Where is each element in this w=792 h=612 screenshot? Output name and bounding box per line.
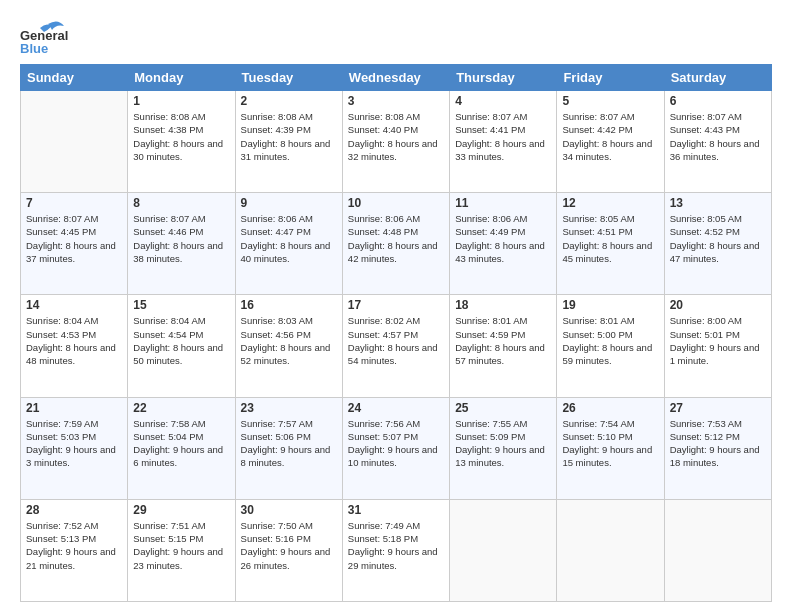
day-cell: 18Sunrise: 8:01 AMSunset: 4:59 PMDayligh… (450, 295, 557, 397)
day-number: 19 (562, 298, 658, 312)
day-info: Sunrise: 7:57 AMSunset: 5:06 PMDaylight:… (241, 417, 337, 470)
day-cell: 26Sunrise: 7:54 AMSunset: 5:10 PMDayligh… (557, 397, 664, 499)
day-info: Sunrise: 8:07 AMSunset: 4:41 PMDaylight:… (455, 110, 551, 163)
logo-icon: General Blue (20, 16, 68, 56)
day-info: Sunrise: 7:54 AMSunset: 5:10 PMDaylight:… (562, 417, 658, 470)
day-info: Sunrise: 8:08 AMSunset: 4:38 PMDaylight:… (133, 110, 229, 163)
day-cell: 19Sunrise: 8:01 AMSunset: 5:00 PMDayligh… (557, 295, 664, 397)
day-number: 12 (562, 196, 658, 210)
day-info: Sunrise: 8:02 AMSunset: 4:57 PMDaylight:… (348, 314, 444, 367)
day-info: Sunrise: 8:07 AMSunset: 4:43 PMDaylight:… (670, 110, 766, 163)
svg-text:Blue: Blue (20, 41, 48, 56)
day-number: 1 (133, 94, 229, 108)
day-cell: 16Sunrise: 8:03 AMSunset: 4:56 PMDayligh… (235, 295, 342, 397)
day-info: Sunrise: 7:51 AMSunset: 5:15 PMDaylight:… (133, 519, 229, 572)
day-info: Sunrise: 8:03 AMSunset: 4:56 PMDaylight:… (241, 314, 337, 367)
day-cell: 6Sunrise: 8:07 AMSunset: 4:43 PMDaylight… (664, 91, 771, 193)
day-info: Sunrise: 8:08 AMSunset: 4:39 PMDaylight:… (241, 110, 337, 163)
day-cell (450, 499, 557, 601)
day-info: Sunrise: 8:06 AMSunset: 4:48 PMDaylight:… (348, 212, 444, 265)
day-number: 20 (670, 298, 766, 312)
day-info: Sunrise: 8:07 AMSunset: 4:45 PMDaylight:… (26, 212, 122, 265)
week-row-4: 21Sunrise: 7:59 AMSunset: 5:03 PMDayligh… (21, 397, 772, 499)
day-info: Sunrise: 7:59 AMSunset: 5:03 PMDaylight:… (26, 417, 122, 470)
day-number: 11 (455, 196, 551, 210)
day-number: 10 (348, 196, 444, 210)
day-number: 6 (670, 94, 766, 108)
day-info: Sunrise: 8:06 AMSunset: 4:47 PMDaylight:… (241, 212, 337, 265)
day-number: 9 (241, 196, 337, 210)
day-number: 24 (348, 401, 444, 415)
day-cell (664, 499, 771, 601)
week-row-2: 7Sunrise: 8:07 AMSunset: 4:45 PMDaylight… (21, 193, 772, 295)
day-cell: 2Sunrise: 8:08 AMSunset: 4:39 PMDaylight… (235, 91, 342, 193)
day-number: 29 (133, 503, 229, 517)
calendar-table: SundayMondayTuesdayWednesdayThursdayFrid… (20, 64, 772, 602)
header: General Blue (20, 16, 772, 56)
weekday-header-friday: Friday (557, 65, 664, 91)
day-number: 7 (26, 196, 122, 210)
day-cell (557, 499, 664, 601)
weekday-header-tuesday: Tuesday (235, 65, 342, 91)
day-cell: 10Sunrise: 8:06 AMSunset: 4:48 PMDayligh… (342, 193, 449, 295)
day-info: Sunrise: 7:52 AMSunset: 5:13 PMDaylight:… (26, 519, 122, 572)
day-cell: 15Sunrise: 8:04 AMSunset: 4:54 PMDayligh… (128, 295, 235, 397)
logo-area: General Blue (20, 16, 68, 56)
day-cell: 1Sunrise: 8:08 AMSunset: 4:38 PMDaylight… (128, 91, 235, 193)
week-row-1: 1Sunrise: 8:08 AMSunset: 4:38 PMDaylight… (21, 91, 772, 193)
day-cell: 7Sunrise: 8:07 AMSunset: 4:45 PMDaylight… (21, 193, 128, 295)
day-number: 14 (26, 298, 122, 312)
weekday-header-row: SundayMondayTuesdayWednesdayThursdayFrid… (21, 65, 772, 91)
day-info: Sunrise: 8:05 AMSunset: 4:52 PMDaylight:… (670, 212, 766, 265)
day-cell: 25Sunrise: 7:55 AMSunset: 5:09 PMDayligh… (450, 397, 557, 499)
day-info: Sunrise: 8:08 AMSunset: 4:40 PMDaylight:… (348, 110, 444, 163)
day-info: Sunrise: 8:04 AMSunset: 4:53 PMDaylight:… (26, 314, 122, 367)
page: General Blue SundayMondayTuesdayWednesda… (0, 0, 792, 612)
day-info: Sunrise: 8:06 AMSunset: 4:49 PMDaylight:… (455, 212, 551, 265)
day-cell: 24Sunrise: 7:56 AMSunset: 5:07 PMDayligh… (342, 397, 449, 499)
day-number: 8 (133, 196, 229, 210)
day-info: Sunrise: 8:07 AMSunset: 4:46 PMDaylight:… (133, 212, 229, 265)
day-cell: 30Sunrise: 7:50 AMSunset: 5:16 PMDayligh… (235, 499, 342, 601)
weekday-header-thursday: Thursday (450, 65, 557, 91)
day-info: Sunrise: 8:04 AMSunset: 4:54 PMDaylight:… (133, 314, 229, 367)
day-info: Sunrise: 7:58 AMSunset: 5:04 PMDaylight:… (133, 417, 229, 470)
day-number: 28 (26, 503, 122, 517)
day-info: Sunrise: 8:01 AMSunset: 5:00 PMDaylight:… (562, 314, 658, 367)
day-info: Sunrise: 8:01 AMSunset: 4:59 PMDaylight:… (455, 314, 551, 367)
day-cell: 28Sunrise: 7:52 AMSunset: 5:13 PMDayligh… (21, 499, 128, 601)
day-cell: 5Sunrise: 8:07 AMSunset: 4:42 PMDaylight… (557, 91, 664, 193)
day-number: 13 (670, 196, 766, 210)
day-cell: 11Sunrise: 8:06 AMSunset: 4:49 PMDayligh… (450, 193, 557, 295)
day-number: 15 (133, 298, 229, 312)
day-info: Sunrise: 8:05 AMSunset: 4:51 PMDaylight:… (562, 212, 658, 265)
day-cell: 14Sunrise: 8:04 AMSunset: 4:53 PMDayligh… (21, 295, 128, 397)
weekday-header-wednesday: Wednesday (342, 65, 449, 91)
day-info: Sunrise: 8:00 AMSunset: 5:01 PMDaylight:… (670, 314, 766, 367)
day-number: 23 (241, 401, 337, 415)
day-info: Sunrise: 7:53 AMSunset: 5:12 PMDaylight:… (670, 417, 766, 470)
day-info: Sunrise: 7:55 AMSunset: 5:09 PMDaylight:… (455, 417, 551, 470)
day-info: Sunrise: 7:50 AMSunset: 5:16 PMDaylight:… (241, 519, 337, 572)
day-info: Sunrise: 8:07 AMSunset: 4:42 PMDaylight:… (562, 110, 658, 163)
day-cell: 23Sunrise: 7:57 AMSunset: 5:06 PMDayligh… (235, 397, 342, 499)
day-cell (21, 91, 128, 193)
day-info: Sunrise: 7:56 AMSunset: 5:07 PMDaylight:… (348, 417, 444, 470)
day-number: 18 (455, 298, 551, 312)
day-number: 16 (241, 298, 337, 312)
weekday-header-monday: Monday (128, 65, 235, 91)
day-number: 3 (348, 94, 444, 108)
day-number: 5 (562, 94, 658, 108)
day-cell: 27Sunrise: 7:53 AMSunset: 5:12 PMDayligh… (664, 397, 771, 499)
day-cell: 20Sunrise: 8:00 AMSunset: 5:01 PMDayligh… (664, 295, 771, 397)
day-cell: 3Sunrise: 8:08 AMSunset: 4:40 PMDaylight… (342, 91, 449, 193)
day-cell: 9Sunrise: 8:06 AMSunset: 4:47 PMDaylight… (235, 193, 342, 295)
day-number: 25 (455, 401, 551, 415)
day-cell: 31Sunrise: 7:49 AMSunset: 5:18 PMDayligh… (342, 499, 449, 601)
day-cell: 8Sunrise: 8:07 AMSunset: 4:46 PMDaylight… (128, 193, 235, 295)
day-number: 31 (348, 503, 444, 517)
weekday-header-saturday: Saturday (664, 65, 771, 91)
day-cell: 22Sunrise: 7:58 AMSunset: 5:04 PMDayligh… (128, 397, 235, 499)
day-cell: 4Sunrise: 8:07 AMSunset: 4:41 PMDaylight… (450, 91, 557, 193)
day-number: 17 (348, 298, 444, 312)
